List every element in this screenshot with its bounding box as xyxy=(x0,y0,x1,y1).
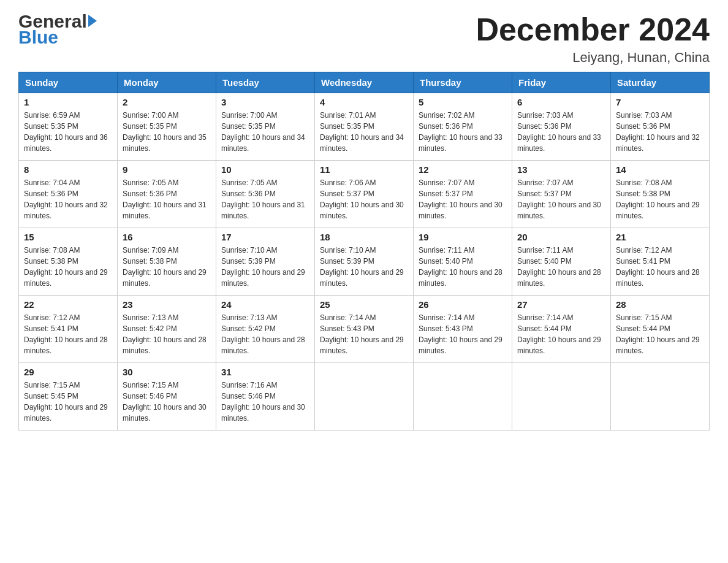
calendar-cell: 3 Sunrise: 7:00 AMSunset: 5:35 PMDayligh… xyxy=(216,93,315,161)
day-info: Sunrise: 7:11 AMSunset: 5:40 PMDaylight:… xyxy=(419,245,507,289)
day-info: Sunrise: 7:09 AMSunset: 5:38 PMDaylight:… xyxy=(123,245,211,289)
calendar-cell: 8 Sunrise: 7:04 AMSunset: 5:36 PMDayligh… xyxy=(19,161,118,228)
day-number: 6 xyxy=(517,97,605,107)
day-number: 17 xyxy=(221,232,309,242)
weekday-header-friday: Friday xyxy=(512,72,611,93)
day-number: 19 xyxy=(419,232,507,242)
day-number: 16 xyxy=(123,232,211,242)
page-header: General Blue December 2024 Leiyang, Huna… xyxy=(18,12,710,66)
day-number: 8 xyxy=(24,164,112,175)
day-info: Sunrise: 7:16 AMSunset: 5:46 PMDaylight:… xyxy=(221,380,309,424)
day-info: Sunrise: 7:14 AMSunset: 5:43 PMDaylight:… xyxy=(320,312,408,356)
calendar-cell: 24 Sunrise: 7:13 AMSunset: 5:42 PMDaylig… xyxy=(216,296,315,363)
day-info: Sunrise: 7:00 AMSunset: 5:35 PMDaylight:… xyxy=(123,110,211,154)
calendar-cell: 2 Sunrise: 7:00 AMSunset: 5:35 PMDayligh… xyxy=(118,93,216,161)
day-number: 5 xyxy=(419,97,507,107)
day-number: 21 xyxy=(616,232,704,242)
day-info: Sunrise: 7:03 AMSunset: 5:36 PMDaylight:… xyxy=(616,110,704,154)
day-info: Sunrise: 7:10 AMSunset: 5:39 PMDaylight:… xyxy=(320,245,408,289)
calendar-week-row: 1 Sunrise: 6:59 AMSunset: 5:35 PMDayligh… xyxy=(19,93,710,161)
day-info: Sunrise: 7:10 AMSunset: 5:39 PMDaylight:… xyxy=(221,245,309,289)
day-info: Sunrise: 7:14 AMSunset: 5:44 PMDaylight:… xyxy=(517,312,605,356)
calendar-cell: 12 Sunrise: 7:07 AMSunset: 5:37 PMDaylig… xyxy=(414,161,512,228)
day-number: 30 xyxy=(123,367,211,377)
calendar-week-row: 29 Sunrise: 7:15 AMSunset: 5:45 PMDaylig… xyxy=(19,363,710,431)
day-info: Sunrise: 7:12 AMSunset: 5:41 PMDaylight:… xyxy=(24,312,112,356)
calendar-cell xyxy=(512,363,611,431)
day-number: 20 xyxy=(517,232,605,242)
calendar-cell xyxy=(611,363,710,431)
calendar-cell: 6 Sunrise: 7:03 AMSunset: 5:36 PMDayligh… xyxy=(512,93,611,161)
calendar-cell: 28 Sunrise: 7:15 AMSunset: 5:44 PMDaylig… xyxy=(611,296,710,363)
calendar-cell: 25 Sunrise: 7:14 AMSunset: 5:43 PMDaylig… xyxy=(315,296,414,363)
day-number: 27 xyxy=(517,299,605,310)
page-title: December 2024 xyxy=(476,12,710,47)
page-subtitle: Leiyang, Hunan, China xyxy=(476,50,710,66)
day-number: 1 xyxy=(24,97,112,107)
day-number: 24 xyxy=(221,299,309,310)
day-info: Sunrise: 7:12 AMSunset: 5:41 PMDaylight:… xyxy=(616,245,704,289)
logo-arrow-icon xyxy=(88,15,97,27)
calendar-cell: 5 Sunrise: 7:02 AMSunset: 5:36 PMDayligh… xyxy=(414,93,512,161)
day-info: Sunrise: 7:14 AMSunset: 5:43 PMDaylight:… xyxy=(419,312,507,356)
day-info: Sunrise: 7:01 AMSunset: 5:35 PMDaylight:… xyxy=(320,110,408,154)
day-number: 28 xyxy=(616,299,704,310)
day-number: 22 xyxy=(24,299,112,310)
weekday-header-row: SundayMondayTuesdayWednesdayThursdayFrid… xyxy=(19,72,710,93)
calendar-cell: 13 Sunrise: 7:07 AMSunset: 5:37 PMDaylig… xyxy=(512,161,611,228)
calendar-cell: 4 Sunrise: 7:01 AMSunset: 5:35 PMDayligh… xyxy=(315,93,414,161)
day-number: 9 xyxy=(123,164,211,175)
calendar-cell: 21 Sunrise: 7:12 AMSunset: 5:41 PMDaylig… xyxy=(611,228,710,296)
day-number: 3 xyxy=(221,97,309,107)
day-info: Sunrise: 7:13 AMSunset: 5:42 PMDaylight:… xyxy=(123,312,211,356)
calendar-cell: 19 Sunrise: 7:11 AMSunset: 5:40 PMDaylig… xyxy=(414,228,512,296)
day-number: 14 xyxy=(616,164,704,175)
day-info: Sunrise: 7:07 AMSunset: 5:37 PMDaylight:… xyxy=(419,177,507,221)
day-info: Sunrise: 7:15 AMSunset: 5:45 PMDaylight:… xyxy=(24,380,112,424)
day-number: 12 xyxy=(419,164,507,175)
day-info: Sunrise: 7:15 AMSunset: 5:46 PMDaylight:… xyxy=(123,380,211,424)
calendar-cell: 7 Sunrise: 7:03 AMSunset: 5:36 PMDayligh… xyxy=(611,93,710,161)
day-number: 4 xyxy=(320,97,408,107)
calendar-cell: 17 Sunrise: 7:10 AMSunset: 5:39 PMDaylig… xyxy=(216,228,315,296)
logo-blue-text: Blue xyxy=(18,28,97,47)
calendar-week-row: 22 Sunrise: 7:12 AMSunset: 5:41 PMDaylig… xyxy=(19,296,710,363)
day-number: 31 xyxy=(221,367,309,377)
calendar-cell: 30 Sunrise: 7:15 AMSunset: 5:46 PMDaylig… xyxy=(118,363,216,431)
day-info: Sunrise: 7:00 AMSunset: 5:35 PMDaylight:… xyxy=(221,110,309,154)
weekday-header-thursday: Thursday xyxy=(414,72,512,93)
day-info: Sunrise: 7:11 AMSunset: 5:40 PMDaylight:… xyxy=(517,245,605,289)
calendar-cell: 15 Sunrise: 7:08 AMSunset: 5:38 PMDaylig… xyxy=(19,228,118,296)
day-info: Sunrise: 7:15 AMSunset: 5:44 PMDaylight:… xyxy=(616,312,704,356)
calendar-cell: 18 Sunrise: 7:10 AMSunset: 5:39 PMDaylig… xyxy=(315,228,414,296)
calendar-table: SundayMondayTuesdayWednesdayThursdayFrid… xyxy=(18,72,710,431)
logo: General Blue xyxy=(18,12,97,47)
calendar-cell: 31 Sunrise: 7:16 AMSunset: 5:46 PMDaylig… xyxy=(216,363,315,431)
day-number: 11 xyxy=(320,164,408,175)
calendar-cell: 9 Sunrise: 7:05 AMSunset: 5:36 PMDayligh… xyxy=(118,161,216,228)
day-number: 18 xyxy=(320,232,408,242)
day-info: Sunrise: 7:07 AMSunset: 5:37 PMDaylight:… xyxy=(517,177,605,221)
calendar-cell: 27 Sunrise: 7:14 AMSunset: 5:44 PMDaylig… xyxy=(512,296,611,363)
day-number: 13 xyxy=(517,164,605,175)
calendar-cell: 10 Sunrise: 7:05 AMSunset: 5:36 PMDaylig… xyxy=(216,161,315,228)
calendar-cell: 11 Sunrise: 7:06 AMSunset: 5:37 PMDaylig… xyxy=(315,161,414,228)
day-info: Sunrise: 7:03 AMSunset: 5:36 PMDaylight:… xyxy=(517,110,605,154)
calendar-cell xyxy=(315,363,414,431)
day-info: Sunrise: 7:05 AMSunset: 5:36 PMDaylight:… xyxy=(123,177,211,221)
day-number: 2 xyxy=(123,97,211,107)
calendar-cell: 22 Sunrise: 7:12 AMSunset: 5:41 PMDaylig… xyxy=(19,296,118,363)
day-info: Sunrise: 7:13 AMSunset: 5:42 PMDaylight:… xyxy=(221,312,309,356)
day-info: Sunrise: 6:59 AMSunset: 5:35 PMDaylight:… xyxy=(24,110,112,154)
day-info: Sunrise: 7:02 AMSunset: 5:36 PMDaylight:… xyxy=(419,110,507,154)
title-section: December 2024 Leiyang, Hunan, China xyxy=(476,12,710,66)
day-info: Sunrise: 7:06 AMSunset: 5:37 PMDaylight:… xyxy=(320,177,408,221)
day-info: Sunrise: 7:05 AMSunset: 5:36 PMDaylight:… xyxy=(221,177,309,221)
calendar-cell: 16 Sunrise: 7:09 AMSunset: 5:38 PMDaylig… xyxy=(118,228,216,296)
calendar-cell xyxy=(414,363,512,431)
day-number: 23 xyxy=(123,299,211,310)
calendar-week-row: 15 Sunrise: 7:08 AMSunset: 5:38 PMDaylig… xyxy=(19,228,710,296)
calendar-cell: 26 Sunrise: 7:14 AMSunset: 5:43 PMDaylig… xyxy=(414,296,512,363)
weekday-header-saturday: Saturday xyxy=(611,72,710,93)
day-number: 10 xyxy=(221,164,309,175)
